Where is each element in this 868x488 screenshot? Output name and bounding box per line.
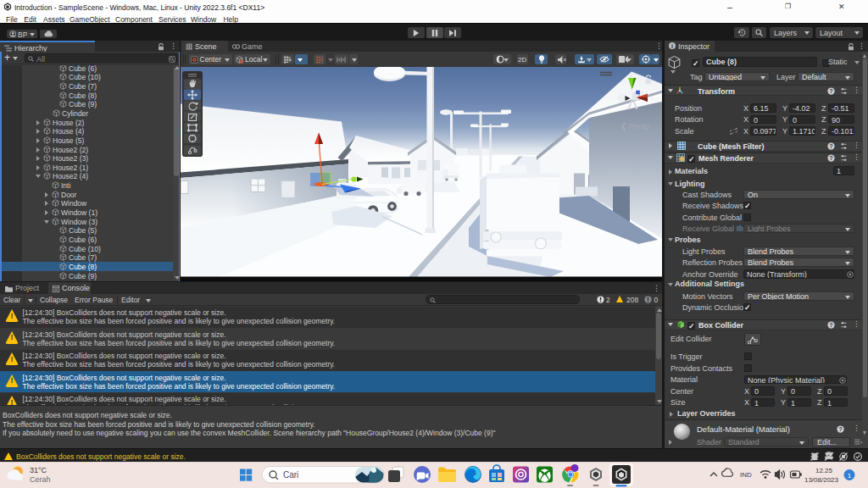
- svg-text:31°C: 31°C: [30, 466, 47, 474]
- svg-text:IND: IND: [740, 471, 752, 479]
- svg-text:?: ?: [838, 426, 842, 432]
- svg-text:Cari: Cari: [283, 470, 298, 480]
- svg-text:❮ Persp: ❮ Persp: [620, 122, 649, 131]
- svg-text:13/08/2023: 13/08/2023: [804, 476, 839, 484]
- svg-text:x: x: [650, 93, 654, 101]
- svg-text:12.25: 12.25: [815, 467, 833, 474]
- svg-text:?: ?: [829, 321, 832, 327]
- svg-text:y: y: [630, 71, 633, 79]
- svg-text:1: 1: [848, 472, 852, 480]
- svg-text:?: ?: [829, 87, 832, 93]
- svg-text:Cerah: Cerah: [30, 475, 51, 484]
- svg-text:z: z: [641, 89, 644, 95]
- svg-text:?: ?: [829, 154, 832, 160]
- svg-text:?: ?: [829, 142, 832, 148]
